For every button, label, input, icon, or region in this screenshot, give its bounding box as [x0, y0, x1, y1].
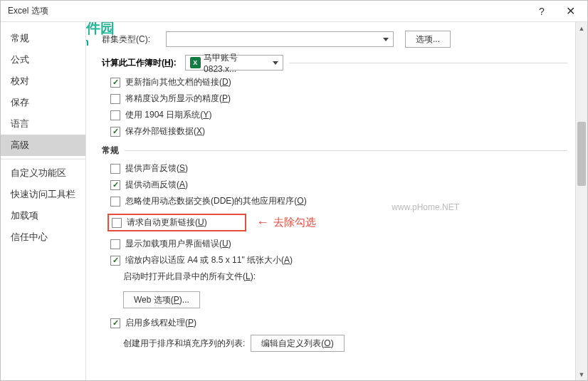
cluster-options-button[interactable]: 选项... — [405, 31, 451, 48]
chk-auto-update-links[interactable]: 请求自动更新链接(U) — [112, 216, 207, 229]
chk-save-external[interactable]: 保存外部链接数据(X) — [110, 125, 567, 137]
watermark-logo: 河东软件园 — [86, 22, 115, 42]
chk-multithread[interactable]: 启用多线程处理(P) — [110, 317, 567, 329]
chk-ignore-dde[interactable]: 忽略使用动态数据交换(DDE)的其他应用程序(O) — [110, 195, 567, 207]
general-section-header: 常规 — [102, 145, 567, 157]
dialog-title: Excel 选项 — [4, 5, 527, 17]
checkbox-icon[interactable] — [110, 78, 120, 88]
sidebar-item-save[interactable]: 保存 — [1, 92, 85, 113]
chk-update-links[interactable]: 更新指向其他文档的链接(D) — [110, 76, 567, 88]
section-line — [289, 63, 567, 63]
sidebar-item-language[interactable]: 语言 — [1, 113, 85, 135]
workbook-select[interactable]: X马甲账号0823.x... — [185, 55, 283, 71]
sidebar: 常规 公式 校对 保存 语言 高级 自定义功能区 快速访问工具栏 加载项 信任中… — [1, 22, 86, 380]
checkbox-icon[interactable] — [110, 318, 120, 328]
help-button[interactable]: ? — [527, 6, 556, 17]
checkbox-icon[interactable] — [112, 218, 122, 228]
watermark-phome: www.pHome.NET — [392, 202, 459, 212]
scroll-up-icon[interactable]: ▲ — [576, 22, 587, 34]
checkbox-icon[interactable] — [110, 180, 120, 190]
cluster-type-select[interactable] — [166, 31, 394, 47]
sidebar-item-formulas[interactable]: 公式 — [1, 49, 85, 71]
dialog-body: 常规 公式 校对 保存 语言 高级 自定义功能区 快速访问工具栏 加载项 信任中… — [1, 22, 587, 380]
chk-animation-feedback[interactable]: 提供动画反馈(A) — [110, 179, 567, 191]
sidebar-item-general[interactable]: 常规 — [1, 28, 85, 49]
watermark-url: www.pc0359.cn — [86, 36, 89, 48]
scrollbar-thumb[interactable] — [577, 122, 586, 186]
checkbox-icon[interactable] — [110, 127, 120, 137]
excel-icon: X — [190, 57, 201, 68]
custom-list-row: 创建用于排序和填充序列的列表: 编辑自定义列表(O) — [123, 335, 567, 352]
chk-scale-content[interactable]: 缩放内容以适应 A4 或 8.5 x 11" 纸张大小(A) — [110, 254, 567, 266]
annotation-highlight-box: 请求自动更新链接(U) — [107, 214, 246, 231]
checkbox-icon[interactable] — [110, 164, 120, 174]
excel-options-dialog: Excel 选项 ? ✕ 常规 公式 校对 保存 语言 高级 自定义功能区 快速… — [0, 0, 588, 381]
sidebar-item-trust-center[interactable]: 信任中心 — [1, 226, 85, 248]
vertical-scrollbar[interactable]: ▲ ▼ — [575, 22, 587, 380]
checkbox-icon[interactable] — [110, 110, 120, 120]
startup-folder-label: 启动时打开此目录中的所有文件(L): — [123, 271, 256, 283]
sidebar-item-advanced[interactable]: 高级 — [1, 135, 85, 156]
sidebar-item-proofing[interactable]: 校对 — [1, 71, 85, 92]
cluster-type-row: 群集类型(C): 选项... — [102, 31, 567, 48]
general-header-label: 常规 — [102, 145, 119, 157]
chk-sound-feedback[interactable]: 提供声音反馈(S) — [110, 162, 567, 174]
checkbox-icon[interactable] — [110, 239, 120, 249]
scroll-down-icon[interactable]: ▼ — [576, 368, 587, 380]
web-options-button[interactable]: Web 选项(P)... — [123, 291, 200, 308]
startup-folder-row: 启动时打开此目录中的所有文件(L): — [123, 271, 567, 283]
titlebar: Excel 选项 ? ✕ — [1, 1, 587, 22]
chk-1904-date[interactable]: 使用 1904 日期系统(Y) — [110, 109, 567, 121]
checkbox-icon[interactable] — [110, 197, 120, 207]
sidebar-separator — [1, 159, 85, 160]
edit-custom-lists-button[interactable]: 编辑自定义列表(O) — [251, 335, 344, 352]
chk-show-addin-errors[interactable]: 显示加载项用户界面错误(U) — [110, 238, 567, 250]
chk-precision[interactable]: 将精度设为所显示的精度(P) — [110, 93, 567, 105]
calc-header-label: 计算此工作簿时(H): — [102, 57, 177, 69]
annotation-text: 去除勾选 — [273, 216, 316, 229]
checkbox-icon[interactable] — [110, 94, 120, 104]
custom-list-label: 创建用于排序和填充序列的列表: — [123, 338, 245, 350]
arrow-left-icon: ← — [256, 215, 269, 230]
sidebar-item-customize-ribbon[interactable]: 自定义功能区 — [1, 162, 85, 184]
sidebar-item-addins[interactable]: 加载项 — [1, 205, 85, 226]
content-panel: 河东软件园 www.pc0359.cn www.pHome.NET 群集类型(C… — [86, 22, 587, 380]
sidebar-item-quick-access[interactable]: 快速访问工具栏 — [1, 184, 85, 205]
calc-workbook-header: 计算此工作簿时(H): X马甲账号0823.x... — [102, 55, 567, 71]
close-button[interactable]: ✕ — [556, 4, 584, 18]
annotation-arrow: ←去除勾选 — [256, 215, 316, 230]
checkbox-icon[interactable] — [110, 256, 120, 266]
section-line — [125, 150, 567, 151]
